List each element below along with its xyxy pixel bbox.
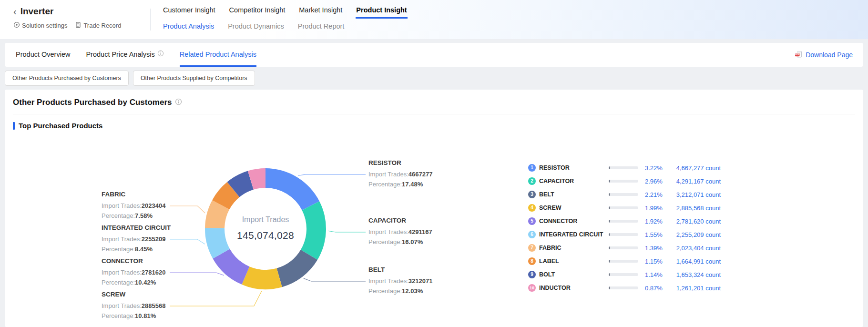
tab-related-product-analysis[interactable]: Related Product Analysis (180, 43, 256, 67)
chart-callout-fabric: FABRICImport Trades:2023404Percentage:7.… (102, 191, 183, 221)
tab-product-analysis[interactable]: Product Analysis (163, 20, 214, 35)
share-bar (609, 286, 638, 289)
tab-product-report[interactable]: Product Report (297, 20, 345, 35)
tab-product-price-analysis[interactable]: Product Price Analysis (86, 43, 163, 67)
callout-product-name: CAPACITOR (368, 217, 449, 225)
rank-badge: 7 (528, 244, 536, 252)
back-icon[interactable]: ‹ (13, 7, 17, 16)
section-title: Other Products Purchased by Customers (13, 98, 172, 107)
ranking-row-bolt[interactable]: 9BOLT1.14%1,653,324 count (528, 271, 721, 278)
divider (13, 114, 855, 114)
callout-percentage: Percentage:16.07% (368, 237, 449, 247)
ranking-row-connector[interactable]: 5CONNECTOR1.92%2,781,620 count (528, 217, 721, 225)
product-name: FABRIC (539, 245, 609, 251)
share-bar-fill (609, 193, 610, 196)
share-bar (609, 233, 638, 236)
rank-badge: 6 (528, 231, 536, 238)
document-icon (75, 21, 82, 30)
trade-record-label: Trade Record (83, 22, 121, 29)
callout-product-name: CONNECTOR (102, 257, 183, 265)
share-bar-fill (609, 273, 610, 276)
product-name: RESISTOR (539, 164, 609, 171)
share-bar (609, 260, 638, 263)
share-bar (609, 166, 638, 169)
main-nav: Customer Insight Competitor Insight Mark… (163, 0, 408, 35)
trade-count: 3,212,071 count (673, 191, 721, 198)
callout-percentage: Percentage:10.81% (102, 311, 183, 321)
svg-text:PDF: PDF (795, 53, 799, 56)
callout-product-name: RESISTOR (368, 159, 449, 167)
tab-product-insight[interactable]: Product Insight (356, 0, 407, 19)
callout-percentage: Percentage:8.45% (102, 244, 183, 254)
share-percent: 1.55% (645, 231, 666, 238)
download-page-label: Download Page (806, 51, 853, 59)
product-name: SCREW (539, 204, 609, 211)
donut-center-label: Import Trades 145,074,028 (213, 215, 318, 241)
ranking-row-resistor[interactable]: 1RESISTOR3.22%4,667,277 count (528, 164, 721, 172)
info-icon[interactable] (175, 98, 182, 107)
trade-record-link[interactable]: Trade Record (75, 21, 121, 30)
rank-badge: 9 (528, 271, 536, 278)
tab-product-overview[interactable]: Product Overview (16, 43, 70, 67)
tab-market-insight[interactable]: Market Insight (298, 0, 343, 19)
rank-badge: 1 (528, 164, 536, 172)
product-name: INTEGRATED CIRCUIT (539, 231, 609, 238)
donut-center-value: 145,074,028 (213, 230, 318, 241)
tab-competitor-insight[interactable]: Competitor Insight (229, 0, 286, 19)
download-page-button[interactable]: PDF Download Page (795, 43, 853, 67)
callout-percentage: Percentage:7.58% (102, 211, 183, 221)
chart-callout-connector: CONNECTORImport Trades:2781620Percentage… (102, 257, 183, 287)
callout-import-trades: Import Trades:2885568 (102, 301, 183, 311)
share-percent: 1.39% (645, 245, 666, 252)
ranking-row-inductor[interactable]: 10INDUCTOR0.87%1,261,201 count (528, 284, 721, 292)
solution-settings-link[interactable]: Solution settings (13, 21, 67, 30)
callout-import-trades: Import Trades:4667277 (368, 169, 449, 179)
info-icon (157, 50, 164, 58)
share-percent: 1.99% (645, 204, 666, 212)
share-bar-fill (609, 180, 610, 183)
rank-badge: 5 (528, 217, 536, 225)
ranking-row-screw[interactable]: 4SCREW1.99%2,885,568 count (528, 204, 721, 212)
callout-import-trades: Import Trades:4291167 (368, 227, 449, 237)
ranking-row-fabric[interactable]: 7FABRIC1.39%2,023,404 count (528, 244, 721, 252)
trade-count: 4,291,167 count (673, 178, 721, 185)
trade-count: 2,781,620 count (673, 218, 721, 225)
app-header: ‹ Inverter Solution settings Trade Recor… (0, 0, 868, 40)
share-bar-fill (609, 246, 610, 249)
share-bar (609, 220, 638, 223)
top-products-ranking: 1RESISTOR3.22%4,667,277 count2CAPACITOR2… (528, 164, 721, 297)
rank-badge: 8 (528, 257, 536, 265)
share-percent: 0.87% (645, 285, 666, 292)
share-percent: 1.14% (645, 271, 666, 278)
ranking-row-belt[interactable]: 3BELT2.21%3,212,071 count (528, 191, 721, 198)
share-percent: 3.22% (645, 164, 666, 172)
callout-percentage: Percentage:10.42% (102, 277, 183, 287)
share-bar-fill (609, 220, 610, 223)
chip-purchased-by-customers[interactable]: Other Products Purchased by Customers (5, 71, 129, 86)
callout-product-name: SCREW (102, 291, 183, 298)
settings-icon (13, 21, 20, 30)
chip-supplied-by-competitors[interactable]: Other Products Supplied by Competitors (133, 71, 255, 86)
chart-callout-belt: BELTImport Trades:3212071Percentage:12.0… (368, 266, 449, 296)
ranking-row-capacitor[interactable]: 2CAPACITOR2.96%4,291,167 count (528, 177, 721, 185)
share-bar-fill (609, 206, 610, 209)
chart-callout-resistor: RESISTORImport Trades:4667277Percentage:… (368, 159, 449, 189)
ranking-row-label[interactable]: 8LABEL1.15%1,664,991 count (528, 257, 721, 265)
callout-product-name: BELT (368, 266, 449, 274)
product-name: LABEL (539, 258, 609, 265)
tab-product-dynamics[interactable]: Product Dynamics (227, 20, 285, 35)
trade-count: 2,023,404 count (673, 245, 721, 252)
share-bar (609, 273, 638, 276)
donut-center-title: Import Trades (213, 215, 318, 224)
share-percent: 2.21% (645, 191, 666, 198)
share-bar-fill (609, 233, 610, 236)
header-divider (150, 9, 151, 31)
callout-product-name: INTEGRATED CIRCUIT (102, 224, 183, 232)
analysis-toolbar: Product Overview Product Price Analysis … (5, 43, 863, 67)
trade-count: 1,653,324 count (673, 271, 721, 278)
rank-badge: 3 (528, 191, 536, 198)
ranking-row-integrated-circuit[interactable]: 6INTEGRATED CIRCUIT1.55%2,255,209 count (528, 231, 721, 238)
rank-badge: 4 (528, 204, 536, 212)
tab-customer-insight[interactable]: Customer Insight (163, 0, 216, 19)
rank-badge: 10 (528, 284, 536, 292)
